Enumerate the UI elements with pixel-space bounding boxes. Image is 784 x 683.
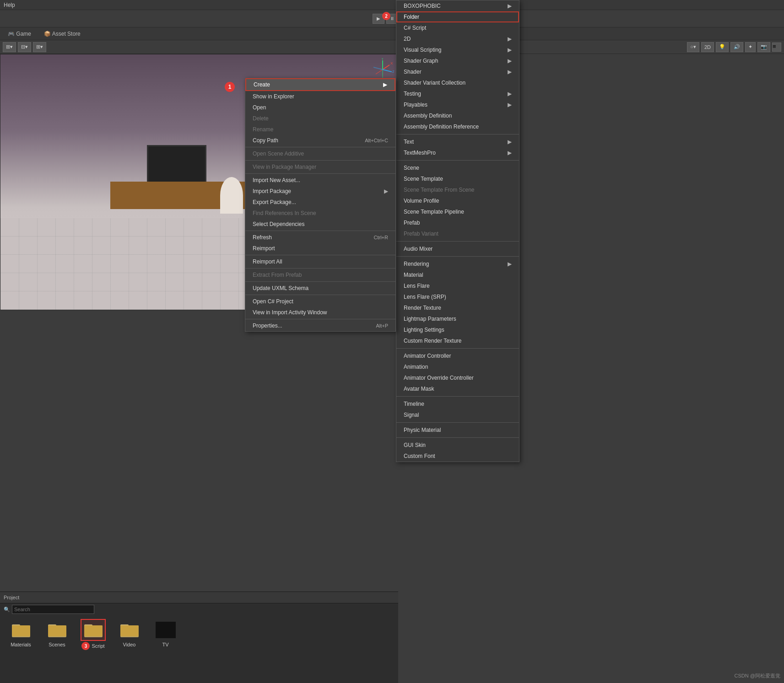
submenu-lens-flare-srp[interactable]: Lens Flare (SRP) <box>396 291 519 302</box>
submenu-lighting-settings[interactable]: Lighting Settings <box>396 324 519 335</box>
context-menu-view-import-activity[interactable]: View in Import Activity Window <box>245 307 395 318</box>
separator-8 <box>245 295 395 295</box>
separator-9 <box>245 319 395 319</box>
submenu-scene[interactable]: Scene <box>396 162 519 173</box>
toolbar-btn-audio[interactable]: 🔊 <box>730 42 743 52</box>
toolbar-btn-2[interactable]: ⊟▾ <box>18 42 31 52</box>
submenu-assembly-def[interactable]: Assembly Definition <box>396 110 519 121</box>
watermark: CSDN @阿松爱逛觉 <box>735 672 780 679</box>
context-menu-find-references: Find References In Scene <box>245 208 395 219</box>
toolbar-btn-light[interactable]: 💡 <box>716 42 729 52</box>
separator-7 <box>245 281 395 282</box>
toolbar-btn-fx[interactable]: ✦ <box>745 42 756 52</box>
submenu-prefab[interactable]: Prefab <box>396 217 519 228</box>
submenu-playables[interactable]: Playables ▶ <box>396 99 519 110</box>
folder-tv[interactable]: TV <box>148 619 183 650</box>
submenu-textmeshpro[interactable]: TextMeshPro ▶ <box>396 147 519 158</box>
context-menu-open-csharp[interactable]: Open C# Project <box>245 296 395 307</box>
boxophobic-arrow: ▶ <box>508 3 512 9</box>
submenu-custom-render-texture[interactable]: Custom Render Texture <box>396 335 519 346</box>
toolbar-btn-globe[interactable]: ○▾ <box>687 42 699 52</box>
submenu-scene-template-pipeline[interactable]: Scene Template Pipeline <box>396 206 519 217</box>
submenu-render-texture[interactable]: Render Texture <box>396 302 519 313</box>
tab-game[interactable]: 🎮 Game <box>2 28 37 39</box>
toolbar-btn-1[interactable]: ⊞▾ <box>3 42 16 52</box>
submenu-lens-flare[interactable]: Lens Flare <box>396 280 519 291</box>
context-menu-copy-path[interactable]: Copy Path Alt+Ctrl+C <box>245 135 395 146</box>
context-menu-properties[interactable]: Properties... Alt+P <box>245 320 395 331</box>
create-arrow-icon: ▶ <box>383 81 387 88</box>
folder-video[interactable]: Video <box>112 619 146 650</box>
submenu-material[interactable]: Material <box>396 269 519 280</box>
context-menu-create[interactable]: Create ▶ <box>245 78 395 91</box>
submenu-animation[interactable]: Animation <box>396 361 519 372</box>
folder-scenes[interactable]: Scenes <box>40 619 74 650</box>
context-menu-import-package[interactable]: Import Package ▶ <box>245 186 395 197</box>
submenu-text[interactable]: Text ▶ <box>396 136 519 147</box>
context-menu-select-dependencies[interactable]: Select Dependencies <box>245 219 395 230</box>
submenu-scene-template[interactable]: Scene Template <box>396 173 519 184</box>
submenu-visual-scripting[interactable]: Visual Scripting ▶ <box>396 44 519 55</box>
playables-arrow: ▶ <box>508 102 512 108</box>
submenu-shader-variant[interactable]: Shader Variant Collection <box>396 77 519 88</box>
submenu-rendering[interactable]: Rendering ▶ <box>396 258 519 269</box>
toolbar-btn-camera[interactable]: 📷 <box>757 42 770 52</box>
submenu-shader[interactable]: Shader ▶ <box>396 66 519 77</box>
submenu-shader-graph[interactable]: Shader Graph ▶ <box>396 55 519 66</box>
context-menu-update-uxml[interactable]: Update UXML Schema <box>245 283 395 294</box>
menu-help[interactable]: Help <box>4 2 15 8</box>
submenu-volume-profile[interactable]: Volume Profile <box>396 195 519 206</box>
separator-6 <box>245 268 395 269</box>
toolbar-btn-2d[interactable]: 2D <box>701 42 714 52</box>
submenu-timeline[interactable]: Timeline <box>396 398 519 409</box>
context-menu-export-package[interactable]: Export Package... <box>245 197 395 208</box>
submenu-boxophobic[interactable]: BOXOPHOBIC ▶ <box>396 0 519 11</box>
menu-bar: Help <box>0 0 784 10</box>
submenu-lightmap-params[interactable]: Lightmap Parameters <box>396 313 519 324</box>
tab-bar: 🎮 Game 📦 Asset Store <box>0 27 784 40</box>
submenu-testing[interactable]: Testing ▶ <box>396 88 519 99</box>
notification-badge-2: 2 <box>382 12 390 20</box>
toolbar-btn-menu[interactable]: ≡ <box>772 43 781 52</box>
context-menu-import-asset[interactable]: Import New Asset... <box>245 175 395 186</box>
rendering-arrow: ▶ <box>508 261 512 267</box>
svg-rect-11 <box>12 625 30 636</box>
sub-sep-5 <box>396 348 519 349</box>
submenu-audio-mixer[interactable]: Audio Mixer <box>396 243 519 254</box>
context-menu-show-explorer[interactable]: Show in Explorer <box>245 91 395 102</box>
sub-sep-3 <box>396 241 519 242</box>
context-menu-delete: Delete <box>245 113 395 124</box>
submenu-signal[interactable]: Signal <box>396 409 519 420</box>
monitor-object <box>147 145 206 186</box>
context-menu-reimport-all[interactable]: Reimport All <box>245 256 395 267</box>
separator-4 <box>245 231 395 231</box>
submenu-folder[interactable]: Folder <box>396 11 519 22</box>
folder-materials-icon-wrapper <box>8 619 33 641</box>
submenu-animator-override[interactable]: Animator Override Controller <box>396 372 519 383</box>
toolbar-btn-3[interactable]: ⊞▾ <box>33 42 46 52</box>
submenu-custom-font[interactable]: Custom Font <box>396 451 519 462</box>
svg-line-5 <box>373 67 383 70</box>
context-menu-open[interactable]: Open <box>245 102 395 113</box>
folder-video-icon <box>119 622 140 638</box>
submenu-2d[interactable]: 2D ▶ <box>396 33 519 44</box>
svg-rect-17 <box>84 625 103 636</box>
separator-5 <box>245 255 395 255</box>
folder-script[interactable]: 3Script <box>76 619 110 650</box>
context-menu: Create ▶ Show in Explorer Open Delete Re… <box>245 78 396 332</box>
2d-arrow: ▶ <box>508 36 512 42</box>
submenu-animator-controller[interactable]: Animator Controller <box>396 350 519 361</box>
svg-line-0 <box>383 65 389 70</box>
submenu-csharp[interactable]: C# Script <box>396 22 519 33</box>
context-menu-reimport[interactable]: Reimport <box>245 243 395 254</box>
folder-materials[interactable]: Materials <box>4 619 38 650</box>
search-input[interactable] <box>12 605 94 614</box>
submenu-physic-material[interactable]: Physic Material <box>396 425 519 436</box>
tab-asset-store[interactable]: 📦 Asset Store <box>38 28 87 39</box>
submenu-avatar-mask[interactable]: Avatar Mask <box>396 383 519 394</box>
submenu-gui-skin[interactable]: GUI Skin <box>396 440 519 451</box>
context-menu-refresh[interactable]: Refresh Ctrl+R <box>245 232 395 243</box>
sub-sep-1 <box>396 134 519 134</box>
shader-graph-arrow: ▶ <box>508 58 512 64</box>
submenu-assembly-def-ref[interactable]: Assembly Definition Reference <box>396 121 519 132</box>
